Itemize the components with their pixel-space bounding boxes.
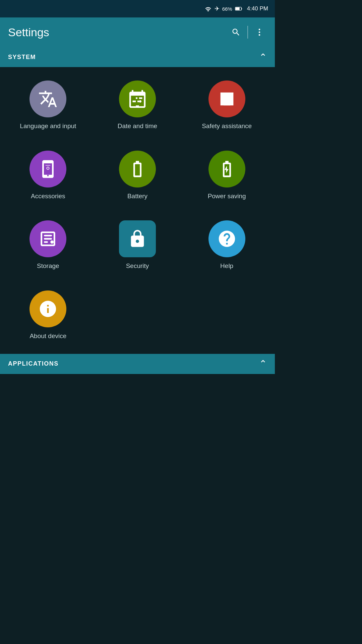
applications-section-title: APPLICATIONS <box>8 360 59 367</box>
svg-rect-9 <box>44 241 48 243</box>
help-label: Help <box>220 262 233 270</box>
about-device-item[interactable]: About device <box>3 287 93 344</box>
date-time-item[interactable]: Date and time <box>93 77 182 134</box>
battery-icon <box>235 6 242 11</box>
more-button[interactable] <box>252 25 267 40</box>
about-device-icon <box>29 290 66 327</box>
app-bar: Settings <box>0 17 275 47</box>
search-icon <box>231 28 241 37</box>
battery-level: 66% <box>222 6 232 12</box>
svg-rect-7 <box>44 235 52 236</box>
status-time: 4:40 PM <box>247 5 268 12</box>
accessories-label: Accessories <box>31 192 65 201</box>
battery-label: Battery <box>127 192 147 201</box>
settings-grid: Language and input Date and time Safety … <box>0 67 275 354</box>
status-bar: ✈ 66% 4:40 PM <box>0 0 275 17</box>
language-input-icon <box>29 80 66 117</box>
system-section-title: SYSTEM <box>8 54 36 61</box>
wifi-icon <box>204 6 212 12</box>
more-icon <box>255 28 264 37</box>
app-bar-actions <box>229 25 267 40</box>
battery-icon-circle <box>119 151 156 187</box>
language-input-label: Language and input <box>20 122 76 130</box>
search-button[interactable] <box>229 25 243 40</box>
safety-assistance-item[interactable]: Safety assistance <box>182 77 272 134</box>
svg-point-3 <box>259 29 260 31</box>
help-icon <box>208 220 245 257</box>
svg-rect-2 <box>236 7 240 10</box>
applications-collapse-icon: ⌃ <box>259 358 267 369</box>
svg-rect-6 <box>223 104 231 106</box>
svg-point-4 <box>259 32 260 33</box>
safety-assistance-label: Safety assistance <box>202 122 252 130</box>
storage-item[interactable]: Storage <box>3 217 93 274</box>
help-item[interactable]: Help <box>182 217 272 274</box>
safety-assistance-icon <box>208 80 245 117</box>
security-label: Security <box>126 262 149 270</box>
system-collapse-icon: ⌃ <box>259 52 267 63</box>
security-item[interactable]: Security <box>93 217 182 274</box>
svg-rect-1 <box>241 8 242 9</box>
security-icon <box>119 220 156 257</box>
accessories-icon <box>29 151 66 187</box>
power-saving-label: Power saving <box>208 192 246 201</box>
date-time-label: Date and time <box>118 122 157 130</box>
svg-rect-8 <box>44 238 52 240</box>
power-saving-icon <box>208 151 245 187</box>
applications-section-header[interactable]: APPLICATIONS ⌃ <box>0 354 275 374</box>
storage-label: Storage <box>37 262 59 270</box>
language-input-item[interactable]: Language and input <box>3 77 93 134</box>
svg-point-10 <box>51 240 54 244</box>
status-icons: ✈ 66% 4:40 PM <box>204 5 268 12</box>
airplane-icon: ✈ <box>215 5 220 12</box>
power-saving-item[interactable]: Power saving <box>182 147 272 204</box>
storage-icon <box>29 220 66 257</box>
divider <box>247 26 248 39</box>
date-time-icon <box>119 80 156 117</box>
about-device-label: About device <box>29 332 66 340</box>
app-bar-title: Settings <box>8 26 223 39</box>
accessories-item[interactable]: Accessories <box>3 147 93 204</box>
svg-point-5 <box>259 34 260 36</box>
system-section-header[interactable]: SYSTEM ⌃ <box>0 47 275 67</box>
battery-item[interactable]: Battery <box>93 147 182 204</box>
